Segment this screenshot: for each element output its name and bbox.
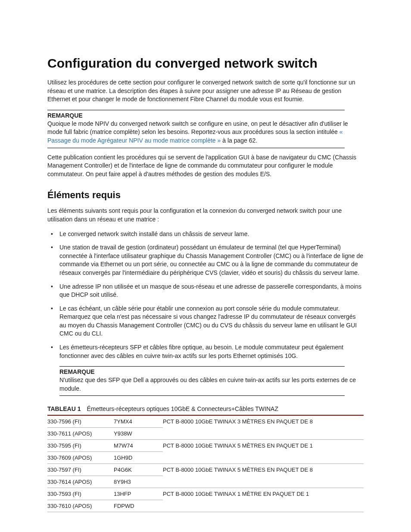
table-cell: 330-7596 (FI) — [47, 415, 114, 428]
note-rule — [59, 395, 345, 396]
table-cell: 330-7614 (APOS) — [47, 476, 114, 488]
section-intro: Les éléments suivants sont requis pour l… — [47, 207, 364, 224]
table-row: 330-7597 (FI) P4G6K PCT B-8000 10GbE TWI… — [47, 464, 364, 476]
table-row: 330-7593 (FI) 13HFP PCT B-8000 10GbE TWI… — [47, 488, 364, 500]
note-rule — [47, 148, 345, 148]
table-cell: 7YMX4 — [114, 415, 163, 428]
table-row: 330-7596 (FI) 7YMX4 PCT B-8000 10GbE TWI… — [47, 415, 364, 428]
table-cell: Y938W — [114, 428, 163, 440]
table-cell: 8Y9H3 — [114, 476, 163, 488]
note-rule — [59, 366, 345, 367]
section-heading: Éléments requis — [47, 190, 364, 201]
table-cell: PCT B-8000 10GbE TWINAX 1 MÈTRE EN PAQUE… — [163, 488, 364, 512]
table-row: 330-7595 (FI) M7W74 PCT B-8000 10GbE TWI… — [47, 440, 364, 452]
table-cell: FDPWD — [114, 500, 163, 512]
table-cell: PCT B-8000 10GbE TWINAX 5 MÈTRES EN PAQU… — [163, 464, 364, 488]
table-cell: 330-7610 (APOS) — [47, 500, 114, 512]
list-item: Une station de travail de gestion (ordin… — [47, 243, 364, 277]
document-page: Configuration du converged network switc… — [0, 0, 411, 532]
intro-paragraph-2: Cette publication contient les procédure… — [47, 153, 364, 179]
table-cell: 330-7611 (APOS) — [47, 428, 114, 440]
page-title: Configuration du converged network switc… — [47, 56, 364, 71]
table-cell: 330-7595 (FI) — [47, 440, 114, 452]
table-cell: 13HFP — [114, 488, 163, 500]
note-rule — [47, 110, 345, 110]
note-label: REMARQUE — [47, 112, 364, 119]
table-label: TABLEAU 1 — [47, 405, 81, 412]
note-body-pre: Quoique le mode NPIV du converged networ… — [47, 120, 348, 136]
table-cell: 330-7593 (FI) — [47, 488, 114, 500]
note-label: REMARQUE — [59, 368, 364, 375]
table-caption: TABLEAU 1Émetteurs-récepteurs optiques 1… — [47, 405, 364, 412]
table-cell: PCT B-8000 10GbE TWINAX 5 MÈTRES EN PAQU… — [163, 440, 364, 464]
table-cell: 330-7597 (FI) — [47, 464, 114, 476]
table-cell: P4G6K — [114, 464, 163, 476]
intro-paragraph-1: Utilisez les procédures de cette section… — [47, 78, 364, 104]
table-cell: M7W74 — [114, 440, 163, 452]
table-cell: 1GH9D — [114, 452, 163, 464]
table-cell: PCT B-8000 10GbE TWINAX 3 MÈTRES EN PAQU… — [163, 415, 364, 440]
note-body: N'utilisez que des SFP que Dell a approu… — [59, 376, 364, 393]
note-body: Quoique le mode NPIV du converged networ… — [47, 120, 364, 145]
transceivers-table: 330-7596 (FI) 7YMX4 PCT B-8000 10GbE TWI… — [47, 415, 364, 512]
requirements-list: Le converged network switch installé dan… — [47, 230, 364, 361]
list-item: Les émetteurs-récepteurs SFP et câbles f… — [47, 343, 364, 360]
list-item: Une adresse IP non utilisée et un masque… — [47, 283, 364, 299]
table-cell: 330-7609 (APOS) — [47, 452, 114, 464]
note-body-post: à la page 62. — [221, 137, 257, 144]
table-title: Émetteurs-récepteurs optiques 10GbE & Co… — [87, 405, 278, 412]
list-item: Le converged network switch installé dan… — [47, 230, 364, 239]
indented-note: REMARQUE N'utilisez que des SFP que Dell… — [59, 366, 364, 396]
list-item: Le cas échéant, un câble série pour étab… — [47, 305, 364, 338]
